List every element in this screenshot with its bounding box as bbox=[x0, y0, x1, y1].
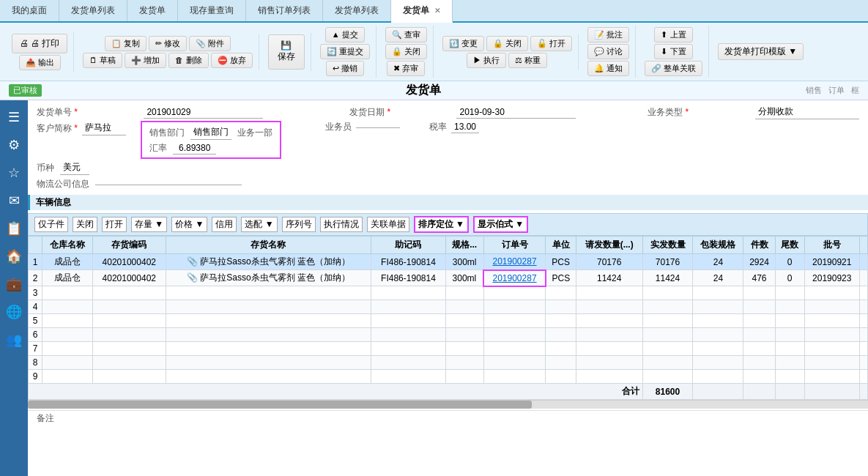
open-control[interactable]: 打开 bbox=[102, 217, 127, 232]
sidebar-business-icon[interactable]: 💼 bbox=[0, 270, 28, 298]
nav-item-delivery2[interactable]: 发货单 ✕ bbox=[391, 0, 453, 23]
table-row[interactable]: 7 bbox=[29, 342, 868, 356]
vehicle-section-title: 车辆信息 bbox=[28, 195, 868, 210]
annotate-button[interactable]: 📝 批注 bbox=[587, 27, 629, 42]
data-table: 仓库名称 存货编码 存货名称 助记码 规格... 订单号 单位 请发数量(...… bbox=[28, 236, 868, 400]
notify-button[interactable]: 🔔 通知 bbox=[587, 61, 629, 76]
sidebar-web-icon[interactable]: 🌐 bbox=[0, 298, 28, 326]
draft-button[interactable]: 🗒 草稿 bbox=[83, 53, 122, 68]
row1-remainder: 0 bbox=[775, 254, 804, 270]
open-button[interactable]: 🔓 打开 bbox=[530, 36, 572, 51]
delivery-no-label: 发货单号 * bbox=[37, 106, 138, 119]
save-button[interactable]: 💾保存 bbox=[268, 34, 305, 70]
attach-button[interactable]: 📎 附件 bbox=[189, 36, 231, 51]
status-bar: 已审核 发货单 销售 订单 框 bbox=[0, 81, 868, 100]
toolbar-group-print: 🖨 🖨 打印 📤 输出 bbox=[6, 32, 74, 72]
row1-pieces: 2924 bbox=[743, 254, 775, 270]
nav-item-desktop[interactable]: 我的桌面 bbox=[0, 0, 59, 21]
col-actual-qty: 实发数量 bbox=[642, 237, 693, 254]
nav-item-sales-order[interactable]: 销售订单列表 bbox=[246, 0, 323, 21]
discuss-button[interactable]: 💬 讨论 bbox=[587, 44, 629, 59]
sidebar-function-icon[interactable]: ⚙ bbox=[0, 131, 28, 159]
sub-only-control[interactable]: 仅子件 bbox=[34, 217, 68, 232]
logistics-label: 物流公司信息 bbox=[37, 178, 89, 190]
table-row[interactable]: 3 bbox=[29, 286, 868, 300]
row-num-1: 1 bbox=[29, 254, 42, 270]
modify-button[interactable]: ✏ 修改 bbox=[149, 36, 187, 51]
toolbar-group-submit: ▲ 提交 🔄 重提交 ↩ 撤销 bbox=[314, 26, 376, 78]
close-exec-button[interactable]: 🔒 关闭 bbox=[486, 36, 528, 51]
row2-warehouse: 成品仓 bbox=[42, 270, 92, 286]
col-item-code: 存货编码 bbox=[92, 237, 166, 254]
review-button[interactable]: 🔍 查审 bbox=[385, 27, 427, 42]
tab-close-icon[interactable]: ✕ bbox=[434, 7, 440, 15]
sidebar-mail-icon[interactable]: ✉ bbox=[0, 187, 28, 215]
col-unit: 单位 bbox=[546, 237, 576, 254]
row1-package-spec: 24 bbox=[693, 254, 743, 270]
print-button[interactable]: 🖨 🖨 打印 bbox=[12, 34, 67, 53]
print-template-button[interactable]: 发货单打印模版 ▼ bbox=[718, 43, 804, 60]
stock-control[interactable]: 存量 ▼ bbox=[131, 217, 167, 232]
display-mode-control[interactable]: 显示伯式 ▼ bbox=[473, 216, 528, 233]
table-row[interactable]: 9 bbox=[29, 370, 868, 384]
pin-bottom-button[interactable]: ⬇ 下置 bbox=[654, 44, 692, 59]
toolbar-group-exec: 🔃 变更 🔒 关闭 🔓 打开 ▶ 执行 ⚖ 称重 bbox=[437, 34, 579, 70]
delete-button[interactable]: 🗑 删除 bbox=[168, 53, 208, 68]
abandon-audit-button[interactable]: ✖ 弃审 bbox=[387, 61, 425, 76]
row2-actual-qty: 11424 bbox=[642, 270, 693, 286]
table-row[interactable]: 5 bbox=[29, 314, 868, 328]
scrollbar-h[interactable] bbox=[28, 400, 868, 409]
optional-control[interactable]: 选配 ▼ bbox=[241, 217, 277, 232]
toolbar: 🖨 🖨 打印 📤 输出 📋 复制 ✏ 修改 📎 附件 🗒 草稿 ➕ 增加 🗑 删… bbox=[0, 23, 868, 81]
table-row[interactable]: 8 bbox=[29, 356, 868, 370]
credit-control[interactable]: 信用 bbox=[212, 217, 237, 232]
business-person-label: 业务一部 bbox=[237, 127, 272, 139]
copy-button[interactable]: 📋 复制 bbox=[105, 36, 146, 51]
nav-item-inventory[interactable]: 现存量查询 bbox=[178, 0, 246, 21]
close-control[interactable]: 关闭 bbox=[73, 217, 97, 232]
sort-pos-control[interactable]: 排序定位 ▼ bbox=[414, 216, 469, 233]
table-row[interactable]: 4 bbox=[29, 300, 868, 314]
row2-request-qty: 11424 bbox=[576, 270, 642, 286]
exec-status-control[interactable]: 执行情况 bbox=[320, 217, 363, 232]
weigh-button[interactable]: ⚖ 称重 bbox=[508, 53, 547, 68]
nav-item-delivery-list1[interactable]: 发货单列表 bbox=[59, 0, 127, 21]
row2-order-no[interactable]: 201900287 bbox=[483, 270, 546, 286]
pin-top-button[interactable]: ⬆ 上置 bbox=[654, 27, 692, 42]
submit-button[interactable]: ▲ 提交 bbox=[325, 27, 365, 42]
row2-item-code: 40201000402 bbox=[92, 270, 166, 286]
row1-batch: 20190921 bbox=[804, 254, 859, 270]
sidebar-task-icon[interactable]: 📋 bbox=[0, 215, 28, 242]
nav-item-delivery1[interactable]: 发货单 bbox=[127, 0, 178, 21]
sidebar-center-icon[interactable]: 🏠 bbox=[0, 242, 28, 270]
row1-item-code: 40201000402 bbox=[92, 254, 166, 270]
col-remainder: 尾数 bbox=[775, 237, 804, 254]
customer-value: 萨马拉 bbox=[82, 121, 126, 135]
close-audit-button[interactable]: 🔒 关闭 bbox=[385, 44, 427, 59]
revoke-button[interactable]: ↩ 撤销 bbox=[326, 61, 364, 76]
table-row[interactable]: 1 成品仓 40201000402 📎 萨马拉Sasso杀虫气雾剂 蓝色（加纳）… bbox=[29, 254, 868, 270]
execute-button[interactable]: ▶ 执行 bbox=[467, 53, 506, 68]
table-row[interactable]: 2 成品仓 40201000402 📎 萨马拉Sasso杀虫气雾剂 蓝色（加纳）… bbox=[29, 270, 868, 286]
row1-order-no[interactable]: 201900287 bbox=[483, 254, 546, 270]
attach-icon-1: 📎 bbox=[187, 256, 198, 267]
link-all-button[interactable]: 🔗 整单关联 bbox=[645, 61, 702, 76]
table-row[interactable]: 6 bbox=[29, 328, 868, 342]
col-pieces: 件数 bbox=[743, 237, 775, 254]
related-doc-control[interactable]: 关联单据 bbox=[367, 217, 409, 232]
discard-button[interactable]: ⛔ 放弃 bbox=[211, 53, 253, 68]
toolbar-group-edit: 📋 复制 ✏ 修改 📎 附件 🗒 草稿 ➕ 增加 🗑 删除 ⛔ 放弃 bbox=[77, 34, 259, 70]
toolbar-group-save: 💾保存 bbox=[262, 33, 311, 71]
sidebar-nav-icon[interactable]: ☰ bbox=[0, 103, 28, 131]
change-button[interactable]: 🔃 变更 bbox=[442, 36, 484, 51]
row1-request-qty: 70176 bbox=[576, 254, 642, 270]
sidebar-team-icon[interactable]: 👥 bbox=[0, 326, 28, 354]
sale-dept-value: 销售部门 bbox=[190, 125, 231, 140]
nav-item-delivery-list2[interactable]: 发货单列表 bbox=[323, 0, 391, 21]
output-button[interactable]: 📤 输出 bbox=[19, 55, 61, 70]
resubmit-button[interactable]: 🔄 重提交 bbox=[320, 44, 370, 59]
add-button[interactable]: ➕ 增加 bbox=[125, 53, 166, 68]
price-control[interactable]: 价格 ▼ bbox=[171, 217, 207, 232]
seqno-control[interactable]: 序列号 bbox=[282, 217, 316, 232]
sidebar-star-icon[interactable]: ☆ bbox=[0, 159, 28, 187]
